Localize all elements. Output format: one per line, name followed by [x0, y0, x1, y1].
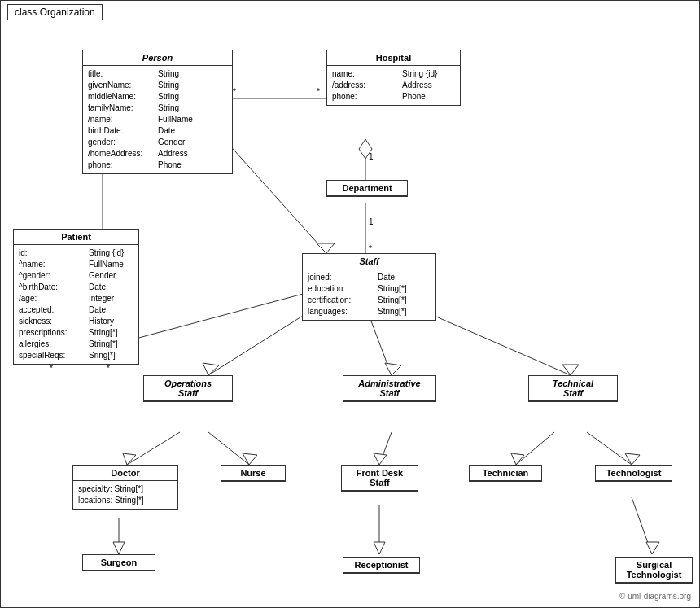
surgeon-class: Surgeon: [82, 554, 155, 571]
surgeon-class-name: Surgeon: [83, 555, 155, 571]
svg-marker-21: [562, 365, 579, 375]
nurse-class: Nurse: [221, 465, 286, 482]
svg-line-30: [587, 432, 632, 465]
technician-class: Technician: [469, 465, 542, 482]
svg-line-26: [379, 432, 392, 465]
svg-marker-17: [203, 363, 219, 375]
svg-text:*: *: [369, 244, 372, 253]
svg-line-36: [632, 497, 652, 554]
operations-staff-class-name: OperationsStaff: [144, 376, 232, 401]
svg-marker-33: [113, 542, 125, 554]
svg-line-28: [516, 432, 554, 465]
nurse-class-name: Nurse: [221, 466, 285, 481]
staff-class-name: Staff: [303, 254, 435, 269]
administrative-staff-class-name: AdministrativeStaff: [343, 376, 435, 401]
hospital-class-attrs: name:String {id} /address:Address phone:…: [327, 66, 460, 105]
diagram-title: class Organization: [7, 4, 103, 20]
patient-class-name: Patient: [14, 230, 138, 245]
surgical-technologist-class-name: SurgicalTechnologist: [616, 558, 692, 583]
patient-class: Patient id:String {id} ^name:FullName ^g…: [13, 229, 139, 365]
front-desk-staff-class: Front DeskStaff: [341, 465, 418, 492]
doctor-class: Doctor specialty: String[*] locations: S…: [72, 465, 178, 510]
person-class-attrs: title:String givenName:String middleName…: [83, 66, 232, 173]
svg-marker-35: [374, 542, 385, 554]
receptionist-class: Receptionist: [343, 557, 420, 574]
department-class-name: Department: [327, 181, 407, 196]
technician-class-name: Technician: [470, 466, 541, 481]
staff-class-attrs: joined:Date education:String[*] certific…: [303, 269, 435, 320]
svg-marker-27: [374, 453, 387, 465]
watermark: © uml-diagrams.org: [619, 592, 691, 601]
diagram-container: class Organization * * 1 * 1 * * *: [0, 0, 700, 608]
surgical-technologist-class: SurgicalTechnologist: [615, 557, 693, 584]
hospital-class: Hospital name:String {id} /address:Addre…: [326, 50, 461, 106]
front-desk-staff-class-name: Front DeskStaff: [342, 466, 418, 491]
svg-marker-37: [646, 542, 659, 554]
hospital-class-name: Hospital: [327, 50, 460, 66]
department-class: Department: [326, 180, 408, 197]
svg-marker-13: [317, 243, 335, 253]
technical-staff-class-name: TechnicalStaff: [529, 376, 617, 401]
operations-staff-class: OperationsStaff: [143, 375, 233, 402]
doctor-class-name: Doctor: [73, 466, 177, 481]
technologist-class-name: Technologist: [596, 466, 672, 481]
person-class: Person title:String givenName:String mid…: [82, 50, 233, 174]
svg-text:*: *: [50, 364, 53, 373]
doctor-class-attrs: specialty: String[*] locations: String[*…: [73, 481, 177, 509]
technical-staff-class: TechnicalStaff: [528, 375, 618, 402]
svg-marker-19: [385, 363, 401, 375]
receptionist-class-name: Receptionist: [343, 558, 419, 573]
svg-marker-25: [243, 453, 257, 465]
svg-text:*: *: [107, 364, 110, 373]
svg-text:*: *: [317, 87, 320, 96]
svg-line-12: [221, 135, 326, 253]
patient-class-attrs: id:String {id} ^name:FullName ^gender:Ge…: [14, 245, 138, 364]
svg-text:1: 1: [369, 217, 374, 226]
staff-class: Staff joined:Date education:String[*] ce…: [302, 253, 436, 321]
svg-text:1: 1: [369, 152, 374, 161]
svg-marker-29: [511, 453, 524, 465]
svg-text:*: *: [233, 87, 236, 96]
svg-marker-4: [359, 139, 372, 159]
svg-marker-23: [123, 453, 136, 465]
technologist-class: Technologist: [595, 465, 672, 482]
svg-line-24: [208, 432, 249, 465]
svg-line-22: [127, 432, 180, 465]
person-class-name: Person: [83, 50, 232, 66]
administrative-staff-class: AdministrativeStaff: [343, 375, 436, 402]
svg-marker-31: [625, 453, 640, 465]
